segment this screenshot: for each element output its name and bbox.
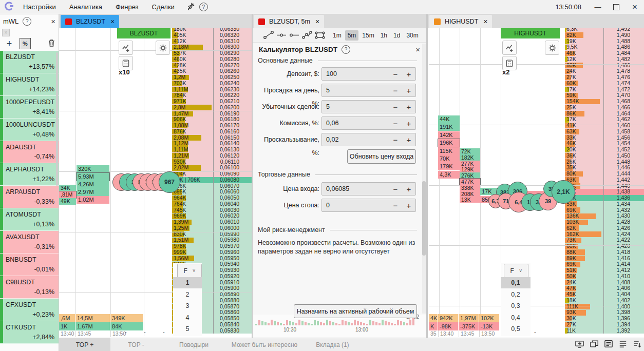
ladder-row[interactable]: 978K0,05970 <box>172 243 252 249</box>
filter-option[interactable]: 2 <box>173 289 202 300</box>
watchlist-item[interactable]: C98USDT-0,13% <box>0 276 59 299</box>
ladder-row[interactable]: 764K0,06040 <box>172 201 252 207</box>
filter-option[interactable]: 0,2 <box>501 289 531 300</box>
timeframe-5m[interactable]: 5m <box>345 30 359 41</box>
watchlist-item[interactable]: CFXUSDT+0,23% <box>0 299 59 321</box>
ladder-row[interactable]: 24K1,478 <box>565 68 644 74</box>
watchlist-item[interactable]: ADAUSDT-0,74% <box>0 141 59 164</box>
ladder-row[interactable]: 103K1,428 <box>565 219 644 225</box>
timeframe-1d[interactable]: 1d <box>391 30 403 41</box>
bottom-tab[interactable]: TOP - <box>110 338 162 351</box>
ladder-row[interactable]: 20K1,452 <box>565 147 644 153</box>
ladder-row[interactable]: 9,5K1,486 <box>565 44 644 50</box>
ladder-row[interactable]: 18K1,402 <box>565 298 644 304</box>
filter-dropdown-button[interactable]: F˅ <box>504 264 528 278</box>
increment-button[interactable]: + <box>402 103 415 111</box>
close-window-button[interactable]: × <box>626 0 644 14</box>
ladder-row[interactable]: 88K1,418 <box>565 249 644 256</box>
tab-highusdt[interactable]: HIGHUSDT × <box>429 15 492 28</box>
menu-item[interactable]: Аналитика <box>63 3 109 11</box>
watchlist-item[interactable]: BLZUSDT+13,57% <box>0 51 59 73</box>
watchlist-item[interactable]: ATOMUSDT+0,13% <box>0 208 59 231</box>
decrement-button[interactable]: − <box>389 201 402 210</box>
bottom-tab[interactable]: Поводыри <box>162 338 226 351</box>
ladder-row[interactable]: 876K0,06160 <box>172 129 252 135</box>
trend-line-icon[interactable] <box>263 31 274 40</box>
ladder-row[interactable]: 703K0,06240 <box>172 81 252 87</box>
windows-icon[interactable] <box>590 340 599 350</box>
ladder-row[interactable]: 69K1,414 <box>565 261 644 267</box>
tab-close-icon[interactable]: × <box>483 17 487 26</box>
ladder-row[interactable]: 971K0,06210 <box>172 99 252 105</box>
ladder-row[interactable]: 1,21M0,06120 <box>172 153 252 159</box>
ladder-row[interactable]: 50K1,410 <box>565 274 644 280</box>
field-input[interactable]: 0,02−+ <box>321 133 416 146</box>
list-icon[interactable] <box>618 340 628 349</box>
ladder-row[interactable]: 53K1,434 <box>565 201 644 207</box>
ray-line-icon[interactable] <box>289 31 300 40</box>
add-indicator-button[interactable] <box>119 41 133 55</box>
update-entry-price-button[interactable]: Обновить цену входа <box>347 149 416 164</box>
watchlist-item[interactable]: CTKUSDT+2,84% <box>0 321 59 344</box>
timeframe-1m[interactable]: 1m <box>330 30 344 41</box>
field-input[interactable]: 0,06085−+ <box>321 182 416 196</box>
filter-dropdown-button[interactable]: F˅ <box>177 264 202 278</box>
watchlist-item[interactable]: 1000PEPEUSDT+8,41% <box>0 96 59 119</box>
watchlist-item[interactable]: ARPAUSDT-0,33% <box>0 186 59 208</box>
dialog-scrollbar[interactable] <box>422 44 426 314</box>
bottom-tab[interactable]: Может быть интересно <box>226 338 303 351</box>
tab-close-icon[interactable]: × <box>315 17 319 26</box>
filter-option[interactable]: 4 <box>173 312 202 323</box>
ladder-row[interactable]: 82K1,490 <box>565 32 644 38</box>
ladder-row[interactable]: 1,11M0,06130 <box>172 147 252 153</box>
maximize-button[interactable] <box>607 0 626 14</box>
ladder-row[interactable]: 154K1,468 <box>565 99 644 105</box>
ladder-row[interactable]: 89K1,416 <box>565 256 644 262</box>
ladder-row[interactable]: 73K1,422 <box>565 237 644 243</box>
timeframe-15m[interactable]: 15m <box>359 30 376 41</box>
timeframe-30m[interactable]: 30m <box>404 30 420 41</box>
ladder-row[interactable]: 80K1,480 <box>565 63 644 69</box>
ladder-row[interactable]: 93K1,398 <box>565 309 644 316</box>
add-indicator-button[interactable] <box>502 41 517 55</box>
ladder-row[interactable]: 46K1,484 <box>565 50 644 56</box>
dialog-scrollbar-thumb[interactable] <box>422 181 426 256</box>
ladder-row[interactable]: 46K1,454 <box>565 141 644 147</box>
increment-button[interactable]: + <box>402 135 415 144</box>
menu-item[interactable]: Финрез <box>109 3 145 11</box>
unpin-icon[interactable] <box>186 2 195 12</box>
horizontal-line-icon[interactable] <box>276 31 287 40</box>
filter-option[interactable]: 0,3 <box>501 300 531 311</box>
rectangle-tool-icon[interactable] <box>314 31 326 40</box>
percent-mode-button[interactable]: % <box>20 38 31 49</box>
watchlist-scrollbar[interactable] <box>56 52 58 186</box>
ladder-row[interactable]: 2,8M0,06200 <box>172 105 252 111</box>
field-input[interactable]: 5−+ <box>321 84 416 97</box>
ladder-row[interactable]: 17K1,462 <box>565 116 644 123</box>
watchlist-close-button[interactable]: × <box>51 17 55 26</box>
watchlist-item[interactable]: BNBUSDT-0,01% <box>0 254 59 276</box>
ladder-row[interactable]: 47K1,406 <box>565 285 644 291</box>
filter-option[interactable]: 5 <box>173 323 202 335</box>
tab-close-icon[interactable]: × <box>110 17 115 26</box>
decrement-button[interactable]: − <box>389 103 402 111</box>
ladder-row[interactable]: 36K1,438 <box>565 189 644 195</box>
ladder-row[interactable]: 36K1,450 <box>565 153 644 159</box>
increment-button[interactable]: + <box>402 86 415 95</box>
ladder-row[interactable]: 964K0,06050 <box>172 195 252 201</box>
decrement-button[interactable]: − <box>389 70 402 79</box>
tab-blzusdt-5m[interactable]: BLZUSDT, 5m × <box>254 15 324 28</box>
ladder-row[interactable]: 1,08M0,06170 <box>172 123 252 129</box>
ladder-row[interactable]: 63K1,442 <box>565 177 644 183</box>
ladder-row[interactable]: 27K1,394 <box>565 322 644 328</box>
polyline-icon[interactable] <box>301 31 313 40</box>
ladder-row[interactable]: 51K1,412 <box>565 267 644 274</box>
watchlist-item[interactable]: HIGHUSDT+14,23% <box>0 73 59 96</box>
filter-option[interactable]: 1 <box>173 277 202 288</box>
ladder-row[interactable]: 46K | 706K0,06080 <box>172 177 252 183</box>
tab-blzusdt[interactable]: BLZUSDT × <box>61 15 119 28</box>
increment-button[interactable]: + <box>402 201 415 210</box>
watchlist-help-icon[interactable]: ? <box>23 17 31 26</box>
ladder-row[interactable]: 11K1,392 <box>565 328 644 334</box>
journal-icon[interactable] <box>604 340 613 349</box>
